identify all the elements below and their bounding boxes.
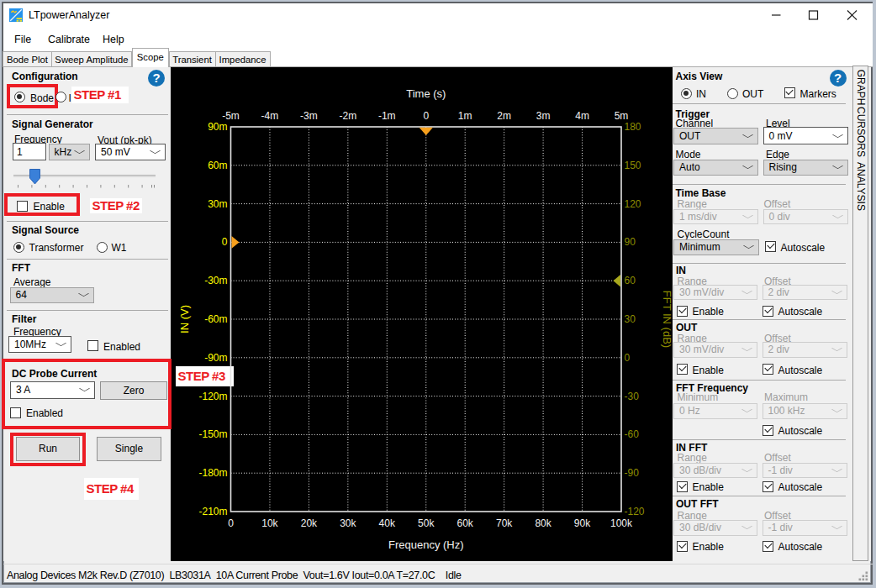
svg-text:FFT IN (dB): FFT IN (dB) [661,291,673,348]
svg-text:120: 120 [624,198,641,210]
svg-text:IN (V): IN (V) [178,305,191,333]
svg-text:20k: 20k [300,517,317,529]
svg-text:Time (s): Time (s) [406,87,446,100]
svg-text:4m: 4m [575,110,589,122]
svg-text:2m: 2m [497,110,511,122]
svg-text:-60: -60 [624,428,639,440]
svg-text:100k: 100k [610,517,632,529]
svg-text:10k: 10k [261,517,278,529]
svg-text:0: 0 [624,352,630,364]
svg-text:60: 60 [624,275,636,286]
svg-text:60m: 60m [208,160,227,171]
svg-text:50k: 50k [418,517,435,529]
svg-text:90m: 90m [208,121,227,133]
svg-text:-1m: -1m [377,110,395,122]
svg-text:0: 0 [423,110,429,122]
svg-text:1m: 1m [457,110,472,122]
svg-text:30m: 30m [208,198,227,210]
svg-text:-210m: -210m [198,506,227,517]
svg-text:-90m: -90m [204,352,227,364]
svg-text:70k: 70k [495,517,512,529]
svg-text:180: 180 [624,121,641,133]
svg-text:-30: -30 [624,391,639,402]
svg-text:Frequency (Hz): Frequency (Hz) [388,538,464,551]
svg-text:-30m: -30m [204,275,227,286]
svg-text:-5m: -5m [222,110,240,122]
svg-text:80k: 80k [535,517,551,529]
svg-text:5m: 5m [614,110,628,122]
svg-text:30k: 30k [340,517,356,529]
svg-text:-4m: -4m [261,110,278,122]
svg-text:90: 90 [624,236,636,248]
svg-text:-90: -90 [624,467,639,479]
svg-text:-2m: -2m [339,110,356,122]
svg-text:60k: 60k [456,517,473,529]
svg-text:-120: -120 [624,506,644,517]
svg-text:0: 0 [221,236,227,248]
svg-text:-180m: -180m [198,467,227,479]
svg-text:-3m: -3m [300,110,318,122]
svg-text:90k: 90k [573,517,590,529]
svg-text:40k: 40k [378,517,395,529]
svg-text:30: 30 [624,313,636,325]
svg-text:150: 150 [624,160,641,171]
svg-text:3m: 3m [536,110,550,122]
svg-text:0: 0 [228,517,234,529]
svg-text:-120m: -120m [198,391,227,402]
svg-text:-60m: -60m [204,313,227,325]
svg-text:-150m: -150m [198,428,227,440]
